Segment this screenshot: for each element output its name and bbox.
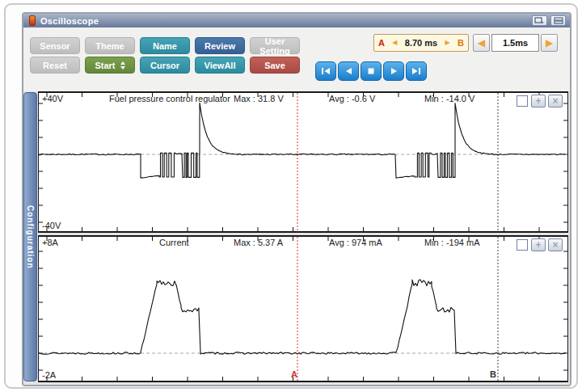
play-backward-icon — [341, 65, 356, 77]
ab-delta-time: 8.70 ms — [405, 38, 437, 48]
configuration-tab-label: Configuration — [26, 205, 35, 269]
timebase-increase-button[interactable]: ▶ — [541, 34, 558, 52]
b-right-arrow-icon[interactable]: ▶ — [445, 40, 450, 46]
configuration-tab[interactable]: Configuration — [23, 92, 37, 381]
channel-2-bottom-scale: -2A — [42, 370, 56, 380]
play-button[interactable] — [383, 61, 404, 81]
viewall-button[interactable]: ViewAll — [195, 57, 245, 74]
popout-window-icon — [534, 17, 545, 24]
play-icon — [386, 65, 401, 77]
transport-controls — [315, 61, 427, 81]
channel-2-zoom-button[interactable]: + — [531, 238, 546, 251]
left-arrow-icon: ◀ — [478, 38, 485, 48]
ab-time-readout: A ◀ 8.70 ms ▶ B — [373, 34, 469, 52]
cursor-b-tag: B — [458, 38, 464, 48]
channel-1-avg: Avg : -0.6 V — [329, 94, 375, 103]
channel-1-title: Fuel pressure control regulator — [109, 94, 230, 103]
channel-2-plot[interactable] — [39, 237, 567, 381]
skip-to-end-button[interactable] — [406, 61, 427, 81]
channel-1-select-checkbox[interactable] — [517, 95, 528, 107]
channel-2-top-scale: +8A — [42, 238, 58, 247]
channel-1-zoom-button[interactable]: + — [531, 95, 546, 107]
start-button[interactable]: Start — [85, 57, 135, 74]
review-button[interactable]: Review — [195, 37, 245, 54]
channel-1-top-scale: +40V — [42, 94, 63, 103]
skip-start-icon — [318, 65, 333, 77]
channel-2-close-button[interactable]: × — [548, 238, 563, 251]
timebase-value: 1.5ms — [491, 34, 539, 52]
channel-1-close-button[interactable]: × — [548, 95, 563, 107]
channel-2-max: Max : 5.37 A — [234, 238, 283, 247]
channel-2-min: Min : -194 mA — [424, 238, 479, 247]
tile-windows-icon — [554, 17, 563, 24]
channel-1-max: Max : 31.8 V — [234, 94, 284, 103]
name-button[interactable]: Name — [140, 37, 190, 54]
cursor-button[interactable]: Cursor — [140, 57, 190, 74]
window-title: Oscilloscope — [40, 16, 99, 26]
stop-button[interactable] — [361, 61, 382, 81]
user-setting-button[interactable]: User Setting — [250, 37, 300, 54]
cursor-a-label[interactable]: A — [291, 369, 297, 379]
plots-container: +40V Fuel pressure control regulator Max… — [38, 91, 568, 385]
titlebar: Oscilloscope — [23, 14, 570, 28]
stop-icon — [364, 65, 378, 77]
toolbar: Sensor Theme Name Review User Setting Re… — [23, 27, 570, 91]
channel-2-title: Current — [159, 238, 189, 247]
start-spinner-icon — [120, 61, 125, 70]
cursor-b-label[interactable]: B — [490, 369, 496, 379]
right-arrow-icon: ▶ — [546, 38, 553, 48]
skip-to-start-button[interactable] — [315, 61, 336, 81]
reset-button[interactable]: Reset — [30, 57, 80, 74]
oscilloscope-window: Oscilloscope Sensor Theme Name Review Us… — [22, 12, 571, 386]
channel-1-min: Min : -14.0 V — [424, 94, 474, 103]
skip-end-icon — [409, 65, 424, 77]
popout-window-button[interactable] — [532, 15, 547, 26]
cursor-a-tag: A — [378, 38, 385, 48]
theme-button[interactable]: Theme — [85, 37, 135, 54]
channel-1-panel: +40V Fuel pressure control regulator Max… — [38, 91, 568, 233]
app-icon — [29, 15, 36, 26]
tile-windows-button[interactable] — [550, 15, 566, 26]
sensor-button[interactable]: Sensor — [30, 37, 80, 54]
channel-2-avg: Avg : 974 mA — [329, 238, 382, 247]
scope-area: Configuration +40V Fuel pressure control… — [23, 91, 570, 385]
channel-2-select-checkbox[interactable] — [517, 239, 528, 251]
save-button[interactable]: Save — [250, 57, 300, 74]
start-button-label: Start — [95, 61, 115, 70]
channel-1-bottom-scale: -40V — [42, 221, 61, 230]
channel-2-panel: +8A Current Max : 5.37 A Avg : 974 mA Mi… — [38, 235, 568, 382]
step-back-button[interactable] — [338, 61, 359, 81]
channel-1-plot[interactable] — [39, 93, 567, 231]
timebase-decrease-button[interactable]: ◀ — [473, 34, 490, 52]
a-left-arrow-icon[interactable]: ◀ — [392, 40, 397, 46]
